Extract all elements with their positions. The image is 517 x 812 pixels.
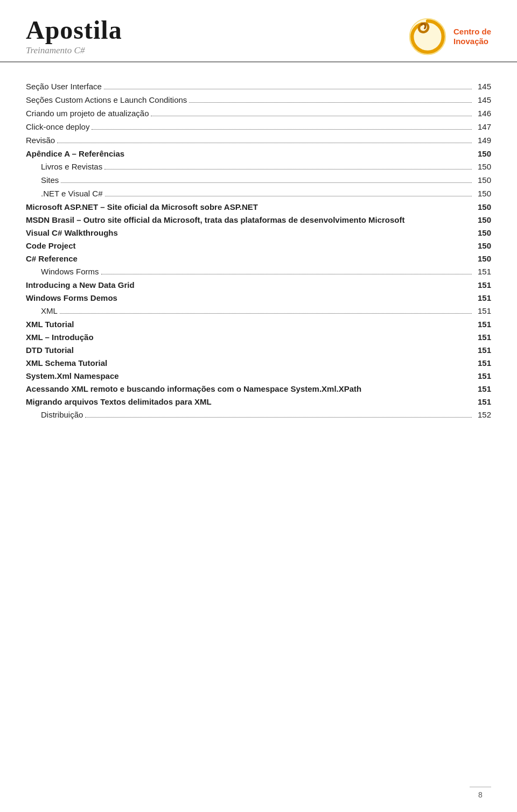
toc-label: Acessando XML remoto e buscando informaç… <box>26 384 474 393</box>
toc-dots <box>101 274 472 274</box>
page-number: 8 <box>470 787 491 799</box>
toc-dots <box>104 169 472 170</box>
logo-icon <box>408 17 447 56</box>
toc-entry-migrando-arquivos: Migrando arquivos Textos delimitados par… <box>26 397 491 406</box>
toc-content: Seção User Interface 145 Seções Custom A… <box>0 62 517 456</box>
toc-page: 152 <box>474 410 491 419</box>
logo-text: Centro de Inovação <box>453 27 491 46</box>
toc-entry-xml-schema: XML Schema Tutorial 151 <box>26 358 491 368</box>
toc-page: 151 <box>474 306 491 315</box>
toc-entry-msdn-brasil: MSDN Brasil – Outro site official da Mic… <box>26 215 491 224</box>
toc-entry-apendice-a: Apêndice A – Referências 150 <box>26 149 491 158</box>
toc-dots <box>104 89 472 89</box>
toc-entry-acessando-xml: Acessando XML remoto e buscando informaç… <box>26 384 491 393</box>
toc-dots <box>189 102 472 103</box>
toc-entry-net-visual: .NET e Visual C# 150 <box>26 189 491 199</box>
toc-page: 151 <box>474 293 491 302</box>
toc-label: Seções Custom Actions e Launch Condition… <box>26 95 187 104</box>
toc-page: 151 <box>474 267 491 276</box>
toc-label: Criando um projeto de atualização <box>26 109 149 118</box>
toc-page: 151 <box>474 320 491 329</box>
toc-page: 150 <box>474 149 491 158</box>
toc-page: 150 <box>474 228 491 237</box>
toc-label: Migrando arquivos Textos delimitados par… <box>26 397 212 406</box>
toc-entry-system-xml-namespace: System.Xml Namespace 151 <box>26 371 491 380</box>
toc-entry-secao-user-interface: Seção User Interface 145 <box>26 82 491 91</box>
toc-page: 151 <box>474 345 491 355</box>
toc-entry-xml-introducao: XML – Introdução 151 <box>26 333 491 342</box>
toc-page: 151 <box>474 358 491 368</box>
toc-label: XML – Introdução <box>26 333 94 342</box>
toc-label: Livros e Revistas <box>41 162 102 171</box>
toc-entry-dtd-tutorial: DTD Tutorial 151 <box>26 345 491 355</box>
toc-entry-distribuicao: Distribuição 152 <box>26 410 491 420</box>
toc-entry-visual-c-walkthroughs: Visual C# Walkthroughs 150 <box>26 228 491 237</box>
toc-label: Windows Forms Demos <box>26 293 117 302</box>
toc-label: MSDN Brasil – Outro site official da Mic… <box>26 215 474 224</box>
toc-page: 151 <box>474 384 491 393</box>
toc-label: C# Reference <box>26 254 78 263</box>
toc-page: 146 <box>474 109 491 118</box>
toc-label: Sites <box>41 175 59 185</box>
toc-entry-secoes-custom: Seções Custom Actions e Launch Condition… <box>26 95 491 105</box>
toc-page: 149 <box>474 136 491 145</box>
toc-label: XML <box>41 306 58 315</box>
toc-page: 150 <box>474 162 491 171</box>
toc-entry-click-once: Click-once deploy 147 <box>26 122 491 132</box>
toc-label: Distribuição <box>41 410 83 419</box>
page-title: Apostila <box>26 17 122 43</box>
toc-label: Code Project <box>26 241 76 250</box>
toc-page: 150 <box>474 202 491 211</box>
toc-page: 150 <box>474 241 491 250</box>
header-left: Apostila Treinamento C# <box>26 17 122 56</box>
toc-page: 151 <box>474 371 491 380</box>
toc-label: Seção User Interface <box>26 82 102 91</box>
toc-page: 151 <box>474 333 491 342</box>
toc-entry-windows-forms: Windows Forms 151 <box>26 267 491 277</box>
page: Apostila Treinamento C# Centro de Inovaç… <box>0 0 517 812</box>
toc-entry-revisao: Revisão 149 <box>26 136 491 145</box>
toc-label: Click-once deploy <box>26 122 89 131</box>
toc-dots <box>92 129 472 130</box>
toc-label: Windows Forms <box>41 267 99 276</box>
toc-label: XML Tutorial <box>26 320 74 329</box>
toc-label: Microsoft ASP.NET – Site oficial da Micr… <box>26 202 258 211</box>
toc-entry-c-reference: C# Reference 150 <box>26 254 491 263</box>
toc-label: DTD Tutorial <box>26 345 74 355</box>
toc-entry-xml: XML 151 <box>26 306 491 316</box>
toc-label: System.Xml Namespace <box>26 371 119 380</box>
toc-page: 151 <box>474 280 491 290</box>
toc-label: Introducing a New Data Grid <box>26 280 135 290</box>
toc-page: 150 <box>474 189 491 198</box>
toc-page: 150 <box>474 175 491 185</box>
toc-entry-xml-tutorial: XML Tutorial 151 <box>26 320 491 329</box>
toc-dots <box>85 417 472 418</box>
page-header: Apostila Treinamento C# Centro de Inovaç… <box>0 0 517 62</box>
toc-page: 150 <box>474 215 491 224</box>
toc-page: 145 <box>474 95 491 104</box>
toc-entry-microsoft-asp: Microsoft ASP.NET – Site oficial da Micr… <box>26 202 491 211</box>
toc-entry-code-project: Code Project 150 <box>26 241 491 250</box>
toc-dots <box>60 313 472 314</box>
toc-label: Apêndice A – Referências <box>26 149 124 158</box>
toc-page: 150 <box>474 254 491 263</box>
toc-label: .NET e Visual C# <box>41 189 103 198</box>
toc-entry-windows-forms-demos: Windows Forms Demos 151 <box>26 293 491 302</box>
toc-dots <box>105 196 472 196</box>
logo-text-line2: Inovação <box>453 37 488 46</box>
toc-entry-sites: Sites 150 <box>26 175 491 185</box>
logo-text-line1: Centro de <box>453 27 491 37</box>
page-subtitle: Treinamento C# <box>26 45 122 56</box>
toc-label: Visual C# Walkthroughs <box>26 228 118 237</box>
toc-dots <box>61 182 472 183</box>
toc-page: 151 <box>474 397 491 406</box>
toc-entry-criando-projeto: Criando um projeto de atualização 146 <box>26 109 491 118</box>
toc-label: Revisão <box>26 136 55 145</box>
toc-entry-livros: Livros e Revistas 150 <box>26 162 491 172</box>
toc-page: 147 <box>474 122 491 131</box>
toc-dots <box>151 116 472 116</box>
toc-dots <box>57 143 472 143</box>
toc-label: XML Schema Tutorial <box>26 358 107 368</box>
toc-page: 145 <box>474 82 491 91</box>
header-right: Centro de Inovação <box>408 17 491 56</box>
